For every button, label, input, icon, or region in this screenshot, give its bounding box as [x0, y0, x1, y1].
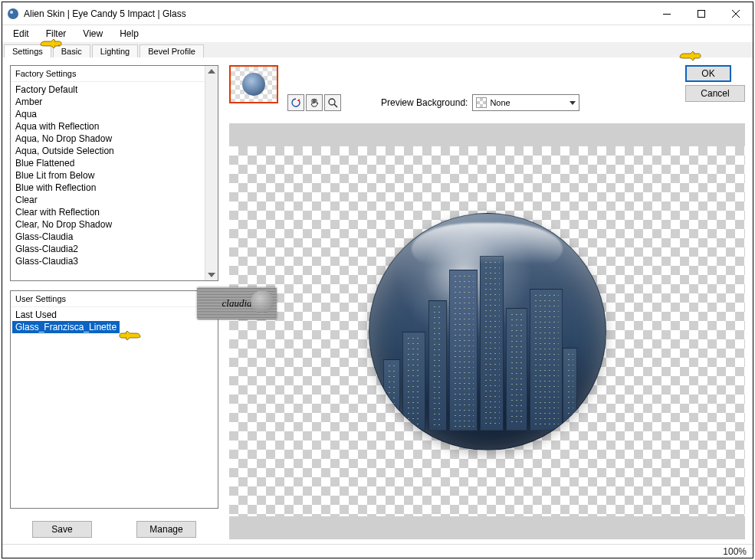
user-settings-header: User Settings: [11, 291, 218, 307]
list-item[interactable]: Clear with Reflection: [11, 206, 218, 218]
svg-rect-2: [663, 14, 671, 15]
list-item[interactable]: Blue Flattened: [11, 157, 218, 169]
svg-point-1: [10, 11, 13, 14]
preview-bg-value: None: [490, 98, 566, 107]
tool-refresh[interactable]: [287, 94, 304, 111]
scrollbar[interactable]: [205, 66, 218, 280]
svg-rect-3: [698, 10, 704, 17]
list-item[interactable]: Amber: [11, 96, 218, 108]
tool-pan[interactable]: [306, 94, 323, 111]
checker-swatch-icon: [476, 97, 487, 108]
list-item[interactable]: Aqua with Reflection: [11, 120, 218, 133]
list-item[interactable]: Blue with Reflection: [11, 182, 218, 194]
app-icon: [7, 8, 19, 20]
maximize-button[interactable]: [684, 3, 718, 25]
menubar: Edit Filter View Help: [2, 25, 753, 42]
maximize-icon: [698, 10, 705, 18]
tabbar: Settings Basic Lighting Bevel Profile: [2, 42, 753, 57]
close-button[interactable]: [718, 3, 753, 25]
list-item[interactable]: Last Used: [11, 309, 218, 321]
svg-point-6: [329, 99, 335, 105]
factory-settings-header: Factory Settings: [11, 66, 218, 82]
preview-top-strip: [229, 123, 745, 146]
menu-help[interactable]: Help: [112, 27, 146, 41]
minimize-button[interactable]: [649, 3, 684, 25]
list-item[interactable]: Glass-Claudia3: [11, 255, 218, 267]
menu-view[interactable]: View: [75, 27, 110, 41]
user-settings-box: User Settings Last Used Glass_Franzisca_…: [10, 290, 218, 509]
factory-settings-list[interactable]: Factory Default Amber Aqua Aqua with Ref…: [11, 82, 218, 269]
list-item[interactable]: Clear: [11, 194, 218, 206]
user-settings-list[interactable]: Last Used Glass_Franzisca_Linette: [11, 307, 218, 335]
list-item[interactable]: Aqua, No Drop Shadow: [11, 133, 218, 145]
preview-thumbnail[interactable]: [229, 65, 278, 103]
menu-filter[interactable]: Filter: [38, 27, 74, 41]
close-icon: [732, 10, 740, 18]
list-item[interactable]: Clear, No Drop Shadow: [11, 218, 218, 231]
refresh-icon: [291, 97, 301, 108]
preview-bg-select[interactable]: None: [472, 94, 579, 111]
tab-lighting[interactable]: Lighting: [92, 44, 139, 57]
save-button[interactable]: Save: [32, 521, 92, 538]
ok-button[interactable]: OK: [685, 65, 731, 82]
list-item[interactable]: Blue Lit from Below: [11, 169, 218, 182]
preview-canvas[interactable]: [229, 146, 745, 516]
list-item[interactable]: Glass-Claudia2: [11, 243, 218, 255]
cancel-button[interactable]: Cancel: [685, 85, 745, 102]
list-item[interactable]: Aqua, Outside Selection: [11, 145, 218, 157]
hand-icon: [309, 97, 320, 108]
settings-footer-buttons: Save Manage: [10, 518, 218, 539]
titlebar: Alien Skin | Eye Candy 5 Impact | Glass: [2, 2, 753, 25]
preview-bottom-strip: [229, 516, 745, 539]
minimize-icon: [663, 10, 671, 18]
tab-basic[interactable]: Basic: [53, 44, 90, 57]
thumbnail-icon: [242, 73, 265, 96]
preview-panel: [229, 123, 745, 539]
status-bar: 100%: [2, 544, 753, 558]
list-item[interactable]: Factory Default: [11, 84, 218, 96]
factory-settings-box: Factory Settings Factory Default Amber A…: [10, 65, 218, 281]
zoom-readout: 100%: [723, 546, 747, 557]
tab-settings[interactable]: Settings: [4, 44, 51, 57]
preview-bg-label: Preview Background:: [381, 97, 468, 108]
window-title: Alien Skin | Eye Candy 5 Impact | Glass: [24, 8, 649, 19]
menu-edit[interactable]: Edit: [5, 27, 37, 41]
list-item-selected[interactable]: Glass_Franzisca_Linette: [12, 321, 120, 333]
svg-point-0: [8, 8, 18, 19]
tool-zoom[interactable]: [324, 94, 341, 111]
manage-button[interactable]: Manage: [136, 521, 196, 538]
watermark-badge: claudia: [197, 287, 277, 319]
list-item[interactable]: Aqua: [11, 108, 218, 120]
glass-preview: [369, 213, 606, 450]
magnifier-icon: [327, 97, 338, 108]
svg-line-7: [334, 104, 337, 107]
tab-bevel-profile[interactable]: Bevel Profile: [140, 44, 204, 57]
list-item[interactable]: Glass-Claudia: [11, 231, 218, 243]
chevron-down-icon: [570, 101, 576, 105]
